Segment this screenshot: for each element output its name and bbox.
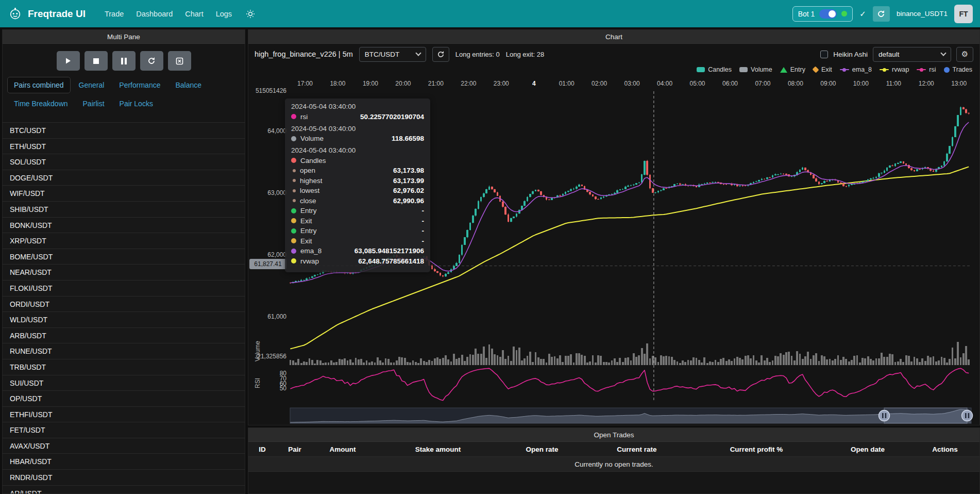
price-axis-label: 64,000 bbox=[248, 127, 286, 135]
reload-config-button[interactable] bbox=[140, 51, 163, 71]
ema-8-marker-icon bbox=[840, 69, 849, 71]
pair-row[interactable]: SHIB/USDT bbox=[3, 202, 245, 218]
stop-button[interactable] bbox=[85, 51, 108, 71]
datazoom-handle[interactable] bbox=[879, 410, 890, 421]
series-dot-icon bbox=[291, 136, 296, 141]
bot-selector[interactable]: Bot 1 bbox=[792, 6, 853, 22]
legend-label: rsi bbox=[929, 66, 936, 73]
pair-row[interactable]: SUI/USDT bbox=[3, 375, 245, 391]
user-avatar[interactable]: FT bbox=[954, 5, 973, 23]
plot-settings-button[interactable]: ⚙ bbox=[956, 47, 973, 62]
tooltip-value: 62,990.96 bbox=[393, 197, 424, 205]
legend-item-entry[interactable]: Entry bbox=[780, 66, 805, 73]
series-dot-icon bbox=[291, 238, 296, 243]
pair-row[interactable]: ARB/USDT bbox=[3, 328, 245, 344]
app-title: Freqtrade UI bbox=[28, 8, 86, 20]
legend-item-exit[interactable]: Exit bbox=[813, 66, 832, 73]
datazoom-handle[interactable] bbox=[962, 410, 973, 421]
tooltip-label: Exit bbox=[300, 217, 312, 225]
pair-row[interactable]: FET/USDT bbox=[3, 422, 245, 438]
pair-row[interactable]: RUNE/USDT bbox=[3, 343, 245, 359]
pair-row[interactable]: AR/USDT bbox=[3, 486, 245, 494]
pause-button[interactable] bbox=[112, 51, 136, 71]
force-exit-button[interactable] bbox=[168, 51, 191, 71]
tab-time-breakdown[interactable]: Time Breakdown bbox=[7, 95, 75, 112]
heikin-ashi-checkbox[interactable] bbox=[820, 51, 828, 58]
tooltip-row: open63,173.98 bbox=[291, 167, 424, 174]
tooltip-value: 62,976.02 bbox=[393, 187, 424, 194]
tab-pairlist[interactable]: Pairlist bbox=[76, 95, 111, 112]
pair-row[interactable]: ETHFI/USDT bbox=[3, 407, 245, 423]
tab-general[interactable]: General bbox=[72, 77, 111, 93]
refresh-button[interactable] bbox=[873, 6, 890, 22]
rsi-marker-icon bbox=[917, 69, 926, 71]
pair-select[interactable]: BTC/USDT bbox=[359, 47, 426, 62]
pair-row[interactable]: OP/USDT bbox=[3, 391, 245, 407]
column-header-actions: Actions bbox=[932, 442, 958, 457]
legend-item-trades[interactable]: Trades bbox=[944, 66, 972, 73]
pair-row[interactable]: HBAR/USDT bbox=[3, 454, 245, 470]
pair-row[interactable]: WLD/USDT bbox=[3, 312, 245, 328]
entry-marker-icon bbox=[780, 67, 787, 73]
pair-row[interactable]: XRP/USDT bbox=[3, 233, 245, 249]
bot-status-dot bbox=[841, 11, 847, 17]
datazoom-window[interactable] bbox=[884, 408, 967, 423]
pair-row[interactable]: AVAX/USDT bbox=[3, 438, 245, 454]
tooltip-label: Entry bbox=[300, 207, 317, 215]
tooltip-row: rvwap62,648.75785661418 bbox=[291, 257, 424, 265]
tooltip-value: 62,648.75785661418 bbox=[358, 257, 424, 265]
bot-name: Bot 1 bbox=[798, 10, 815, 18]
pair-row[interactable]: SOL/USDT bbox=[3, 154, 245, 170]
tooltip-row: Entry- bbox=[291, 227, 424, 235]
pair-row[interactable]: WIF/USDT bbox=[3, 186, 245, 202]
tab-pair-locks[interactable]: Pair Locks bbox=[113, 95, 160, 112]
plot-config-select[interactable]: default bbox=[873, 47, 951, 62]
series-dot-icon bbox=[293, 199, 296, 202]
exit-marker-icon bbox=[812, 66, 819, 73]
column-header-amount: Amount bbox=[330, 442, 356, 457]
tab-balance[interactable]: Balance bbox=[168, 77, 208, 93]
time-axis-label: 17:00 bbox=[297, 80, 313, 87]
tab-pairs-combined[interactable]: Pairs combined bbox=[7, 77, 71, 93]
pair-row[interactable]: BONK/USDT bbox=[3, 218, 245, 234]
time-axis-label: 03:00 bbox=[624, 80, 640, 87]
pair-row[interactable]: FLOKI/USDT bbox=[3, 281, 245, 297]
pair-row[interactable]: BTC/USDT bbox=[3, 123, 245, 139]
pair-row[interactable]: DOGE/USDT bbox=[3, 170, 245, 186]
legend-item-rvwap[interactable]: rvwap bbox=[880, 66, 909, 73]
series-dot-icon bbox=[291, 208, 296, 213]
tooltip-timestamp: 2024-05-04 03:40:00 bbox=[291, 125, 424, 133]
start-button[interactable] bbox=[57, 51, 80, 71]
pair-row[interactable]: TRB/USDT bbox=[3, 359, 245, 375]
legend-item-ema-8[interactable]: ema_8 bbox=[840, 66, 872, 73]
pair-row[interactable]: RNDR/USDT bbox=[3, 470, 245, 486]
tooltip-value: - bbox=[422, 237, 425, 245]
tab-performance[interactable]: Performance bbox=[112, 77, 167, 93]
tooltip-section: 2024-05-04 03:40:00Candlesopen63,173.98h… bbox=[291, 146, 424, 265]
nav-link-dashboard[interactable]: Dashboard bbox=[130, 7, 178, 21]
pair-row[interactable]: ORDI/USDT bbox=[3, 297, 245, 312]
legend-item-rsi[interactable]: rsi bbox=[917, 66, 936, 73]
tooltip-row: Candles bbox=[291, 157, 424, 164]
chart-refresh-button[interactable] bbox=[432, 47, 449, 62]
pair-row[interactable]: ETH/USDT bbox=[3, 139, 245, 155]
legend-item-volume[interactable]: Volume bbox=[739, 66, 772, 73]
tooltip-row: lowest62,976.02 bbox=[291, 187, 424, 194]
tooltip-value: - bbox=[422, 227, 425, 235]
price-axis-label: 62,000 bbox=[248, 251, 286, 258]
tooltip-timestamp: 2024-05-04 03:40:00 bbox=[291, 103, 424, 110]
tabs-row-2: Time BreakdownPairlistPair Locks bbox=[3, 95, 245, 112]
legend-item-candles[interactable]: Candles bbox=[697, 66, 732, 73]
nav-link-logs[interactable]: Logs bbox=[210, 7, 238, 21]
legend-label: ema_8 bbox=[852, 66, 872, 73]
pair-row[interactable]: BOME/USDT bbox=[3, 249, 245, 265]
bot-toggle[interactable] bbox=[819, 9, 837, 19]
tooltip-label: rvwap bbox=[300, 257, 319, 265]
pair-row[interactable]: NEAR/USDT bbox=[3, 265, 245, 281]
confirm-check-icon[interactable]: ✓ bbox=[859, 9, 866, 19]
tooltip-row: rsi50.22577020190704 bbox=[291, 113, 424, 121]
nav-link-chart[interactable]: Chart bbox=[179, 7, 209, 21]
nav-link-trade[interactable]: Trade bbox=[99, 7, 129, 21]
theme-toggle-icon[interactable] bbox=[243, 6, 258, 22]
price-chart[interactable]: 61,827.41 Volume RSI 2024-05-04 03:40:00… bbox=[248, 75, 980, 425]
